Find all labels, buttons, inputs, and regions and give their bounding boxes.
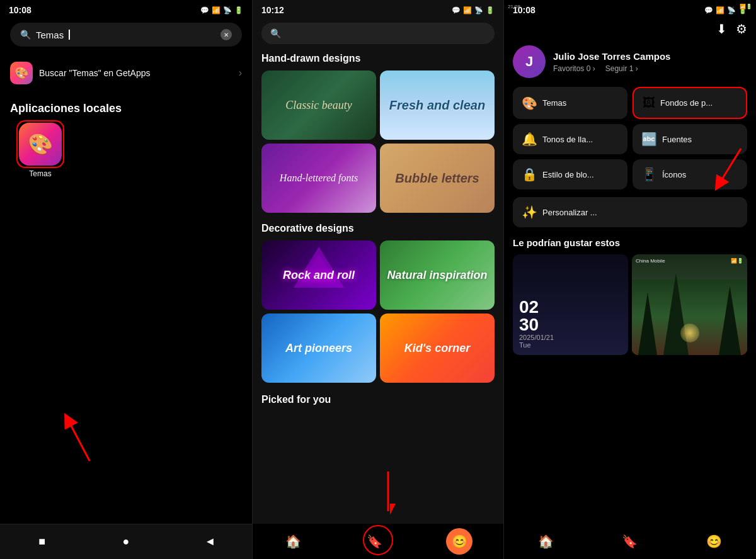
bottom-nav-1: ■ ● ◄ [0,524,252,559]
nav-profile-btn-2[interactable]: 😊 [446,528,472,555]
favoritos-stat[interactable]: Favoritos 0 › [553,64,595,73]
nav-bookmark-btn-3[interactable]: 🔖 [620,531,640,551]
menu-btn-fuentes[interactable]: 🔤 Fuentes [633,124,747,154]
theme-card-fresh-text: Fresh and clean [380,71,495,140]
favoritos-chevron: › [593,64,595,73]
theme-card-handlettered[interactable]: Hand-lettered fonts [261,144,376,213]
favoritos-count: 0 [587,64,591,73]
nav-profile-btn-3[interactable]: 😊 [704,531,724,551]
app-item-temas[interactable]: 🎨 Temas [19,123,62,178]
menu-btn-personalizar[interactable]: ✨ Personalizar ... [513,197,747,227]
seguir-stat[interactable]: Seguir 1 › [605,64,638,73]
status-icons-1: 💬 📶 📡 🔋 [200,6,243,14]
personalizar-menu-icon: ✨ [522,205,537,220]
bottom-nav-2: 🏠 🔖 😊 [253,524,503,559]
search-bar-1[interactable]: 🔍 Temas ✕ [10,23,242,47]
profile-stats: Favoritos 0 › Seguir 1 › [553,64,747,73]
signal-icon: 📶 [212,6,220,14]
menu-btn-estilo[interactable]: 🔒 Estilo de blo... [513,159,627,189]
hand-drawn-grid: Classic beauty Fresh and clean Hand-lett… [253,71,503,220]
seguir-count: 1 [629,64,634,73]
profile-section: J Julio Jose Torres Campos Favoritos 0 ›… [504,40,756,87]
theme-card-classic[interactable]: Classic beauty [261,71,376,140]
local-apps-title: Aplicaciones locales [0,92,252,123]
suggestions-title: Le podrían gustar estos [504,235,756,254]
search-container-1: 🔍 Temas ✕ [0,18,252,54]
nav-square-icon[interactable]: ■ [32,532,52,552]
menu-grid: 🎨 Temas 🖼 Fondos de p... 🔔 Tonos de lla.… [504,87,756,197]
theme-card-bubble-text: Bubble letters [380,144,495,213]
app-label-temas: Temas [29,169,51,178]
whatsapp-icon-2: 💬 [452,6,461,14]
wallpaper-card-forest[interactable]: China Mobile 📶🔋 [632,254,747,355]
settings-icon[interactable]: ⚙ [736,21,747,37]
temas-menu-icon: 🎨 [522,96,537,111]
nav-back-icon[interactable]: ◄ [200,532,220,552]
personalizar-menu-label: Personalizar ... [542,208,597,217]
theme-card-rock-text: Rock and roll [261,240,376,310]
search-text-1: Temas [36,30,64,40]
search-icon-1: 🔍 [20,30,31,40]
menu-btn-temas[interactable]: 🎨 Temas [513,87,627,119]
nav-bookmark-btn-2[interactable]: 🔖 [365,531,385,551]
theme-card-kids-text: Kid's corner [380,313,495,383]
panel-themes: 10:12 💬 📶 📡 🔋 🔍 Hand-drawn designs Class… [252,0,504,559]
status-bar-1: 10:08 💬 📶 📡 🔋 [0,0,252,18]
nav-home-btn-3[interactable]: 🏠 [536,531,556,551]
menu-btn-tonos[interactable]: 🔔 Tonos de lla... [513,124,627,154]
search-icon-2: 🔍 [270,28,281,38]
menu-btn-iconos[interactable]: 📱 Íconos [633,159,747,189]
theme-card-bubble[interactable]: Bubble letters [380,144,495,213]
fuentes-menu-label: Fuentes [662,135,692,144]
bottom-nav-3: 🏠 🔖 😊 [504,524,756,559]
menu-btn-fondos[interactable]: 🖼 Fondos de p... [633,87,747,119]
nav-home-btn-2[interactable]: 🏠 [284,531,304,551]
picked-for-you-title: Picked for you [253,390,503,410]
seguir-label: Seguir [605,64,627,73]
theme-card-natural[interactable]: Natural inspiration [380,240,495,310]
theme-card-art[interactable]: Art pioneers [261,313,376,383]
favoritos-label: Favoritos [553,64,584,73]
red-arrow-1 [46,405,111,470]
getapps-icon: 🎨 [10,62,33,84]
theme-card-kids[interactable]: Kid's corner [380,313,495,383]
panel3-toolbar: ⬇ ⚙ [504,18,756,40]
tonos-menu-icon: 🔔 [522,132,537,147]
app-grid: 🎨 Temas [0,123,252,178]
temas-menu-label: Temas [542,98,566,108]
status-bar-2: 10:12 💬 📶 📡 🔋 [253,0,503,18]
wifi-icon-2: 📡 [474,6,483,14]
download-icon[interactable]: ⬇ [716,21,727,37]
theme-card-rock[interactable]: Rock and roll [261,240,376,310]
cursor-1 [69,30,70,40]
time-2: 10:12 [261,5,284,15]
profile-info: Julio Jose Torres Campos Favoritos 0 › S… [553,51,747,73]
signal-icon-2: 📶 [463,6,472,14]
decorative-grid: Rock and roll Natural inspiration Art pi… [253,240,503,390]
battery-icon: 🔋 [234,6,243,14]
nav-circle-icon[interactable]: ● [116,532,136,552]
getapps-suggestion[interactable]: 🎨 Buscar "Temas" en GetApps › [0,54,252,92]
getapps-arrow-icon: › [239,67,242,79]
theme-card-classic-text: Classic beauty [261,71,376,140]
theme-card-fresh[interactable]: Fresh and clean [380,71,495,140]
red-arrow-2 [372,468,404,521]
panel-profile: 10:08 💬 📶 📡 🔋 ⬇ ⚙ J Julio Jose Torres Ca… [504,0,756,559]
battery-icon-2: 🔋 [486,6,495,14]
fondos-menu-label: Fondos de p... [660,98,713,108]
estilo-menu-label: Estilo de blo... [542,170,594,179]
getapps-text: Buscar "Temas" en GetApps [39,68,232,78]
search-clear-btn[interactable]: ✕ [220,29,232,40]
wifi-icon: 📡 [223,6,232,14]
section-decorative-title: Decorative designs [253,220,503,240]
themes-search-bar[interactable]: 🔍 [261,23,495,44]
wallpaper-card-clock[interactable]: 21:08 📶🔋 02 30 2025/01/21 Tue [513,254,628,355]
panel-search: 10:08 💬 📶 📡 🔋 🔍 Temas ✕ 🎨 Buscar "Temas"… [0,0,252,559]
profile-name: Julio Jose Torres Campos [553,51,747,62]
avatar: J [513,45,546,78]
theme-card-handlettered-text: Hand-lettered fonts [261,144,376,213]
seguir-chevron: › [636,64,638,73]
section-hand-drawn-title: Hand-drawn designs [253,50,503,71]
iconos-menu-label: Íconos [662,170,686,179]
whatsapp-icon: 💬 [200,6,209,14]
